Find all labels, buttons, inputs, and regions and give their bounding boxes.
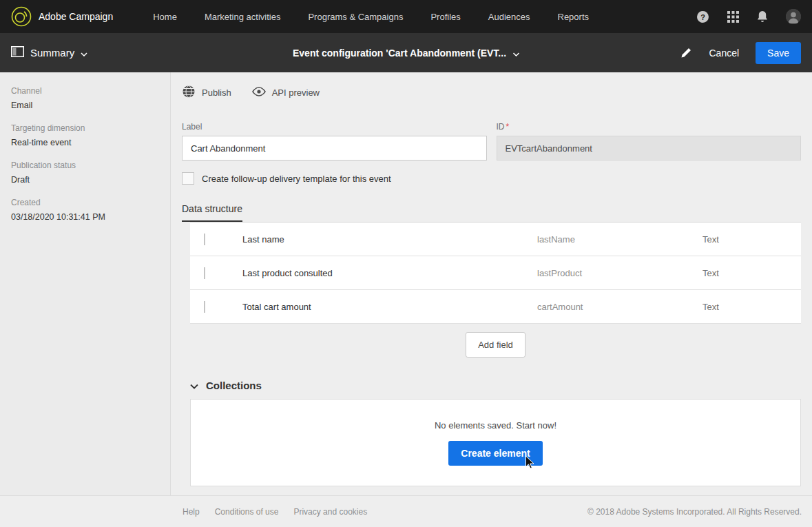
field-type: Text <box>702 256 801 290</box>
sidebar-field-value: 03/18/2020 10:31:41 PM <box>11 212 159 222</box>
main-panel: Publish API preview Label ID* <box>171 72 812 495</box>
footer-link-privacy[interactable]: Privacy and cookies <box>293 507 367 517</box>
view-switcher-label: Summary <box>30 47 74 59</box>
followup-checkbox-label: Create follow-up delivery template for t… <box>202 174 391 184</box>
table-row[interactable]: Last name lastName Text <box>190 223 801 256</box>
chevron-down-icon <box>81 47 87 59</box>
id-input <box>497 136 802 161</box>
top-nav: Adobe Campaign Home Marketing activities… <box>0 0 812 33</box>
api-preview-action[interactable]: API preview <box>252 87 320 99</box>
page-header: Summary Event configuration 'Cart Abando… <box>0 33 812 72</box>
followup-checkbox-row: Create follow-up delivery template for t… <box>182 172 801 185</box>
id-field-group: ID* <box>497 122 802 161</box>
data-structure-section: Last name lastName Text Last product con… <box>190 222 801 486</box>
label-field-label: Label <box>182 122 487 132</box>
row-checkbox[interactable] <box>204 267 205 279</box>
collections-title: Collections <box>206 380 262 391</box>
field-type: Text <box>702 290 801 324</box>
field-name: Last product consulted <box>242 256 537 290</box>
globe-icon <box>182 85 196 101</box>
edit-pencil-icon[interactable] <box>680 47 692 59</box>
publish-label: Publish <box>202 87 231 98</box>
sidebar-field-label: Publication status <box>11 161 159 170</box>
nav-item-profiles[interactable]: Profiles <box>430 12 460 22</box>
svg-text:?: ? <box>700 12 705 21</box>
nav-item-programs-campaigns[interactable]: Programs & Campaigns <box>308 12 403 22</box>
summary-sidebar: Channel Email Targeting dimension Real-t… <box>0 72 171 495</box>
brand: Adobe Campaign <box>11 6 113 27</box>
tabs: Data structure <box>182 203 801 222</box>
id-label-text: ID <box>497 122 505 132</box>
footer-links: Help Conditions of use Privacy and cooki… <box>183 507 367 517</box>
field-name: Total cart amount <box>242 290 537 324</box>
apps-grid-icon[interactable] <box>727 11 739 23</box>
sidebar-field-label: Created <box>11 198 159 207</box>
footer: Help Conditions of use Privacy and cooki… <box>0 495 812 527</box>
sidebar-field-label: Targeting dimension <box>11 123 159 133</box>
brand-name: Adobe Campaign <box>39 11 113 22</box>
row-checkbox[interactable] <box>204 301 205 313</box>
chevron-down-icon <box>190 380 198 391</box>
copyright: © 2018 Adobe Systems Incorporated. All R… <box>587 507 802 517</box>
field-name: Last name <box>242 223 537 256</box>
table-row[interactable]: Total cart amount cartAmount Text <box>190 290 801 324</box>
footer-link-help[interactable]: Help <box>183 507 200 517</box>
required-marker: * <box>506 122 510 132</box>
collections-header[interactable]: Collections <box>190 380 801 391</box>
add-field-row: Add field <box>190 332 801 358</box>
nav-item-reports[interactable]: Reports <box>558 12 590 22</box>
id-field-label: ID* <box>497 122 802 132</box>
fields-table: Last name lastName Text Last product con… <box>190 222 801 324</box>
table-row[interactable]: Last product consulted lastProduct Text <box>190 256 801 290</box>
create-element-button[interactable]: Create element <box>448 441 542 466</box>
sidebar-field-label: Channel <box>11 86 159 96</box>
adobe-campaign-logo-icon <box>11 6 32 27</box>
content: Channel Email Targeting dimension Real-t… <box>0 72 812 495</box>
summary-view-icon <box>11 46 24 59</box>
page-title-text: Event configuration 'Cart Abandonment (E… <box>293 48 506 59</box>
api-preview-label: API preview <box>272 87 320 98</box>
field-id: cartAmount <box>537 290 702 324</box>
collections-empty-message: No elements saved. Start now! <box>435 420 556 431</box>
collections-empty-box: No elements saved. Start now! Create ele… <box>190 399 801 486</box>
label-field-group: Label <box>182 122 487 161</box>
row-checkbox[interactable] <box>204 234 205 245</box>
followup-checkbox[interactable] <box>182 172 194 185</box>
help-icon[interactable]: ? <box>696 10 709 23</box>
form-row: Label ID* <box>182 122 801 161</box>
publish-action[interactable]: Publish <box>182 85 231 101</box>
view-switcher[interactable]: Summary <box>11 46 87 59</box>
sidebar-field-value: Draft <box>11 175 159 185</box>
avatar[interactable] <box>786 9 801 24</box>
sidebar-field-value: Email <box>11 101 159 110</box>
field-id: lastName <box>537 223 702 256</box>
page-title[interactable]: Event configuration 'Cart Abandonment (E… <box>293 48 519 59</box>
label-input[interactable] <box>182 136 487 161</box>
save-button[interactable]: Save <box>756 42 801 64</box>
add-field-button[interactable]: Add field <box>466 332 525 358</box>
tab-data-structure[interactable]: Data structure <box>182 203 242 222</box>
nav-item-home[interactable]: Home <box>153 12 177 22</box>
header-actions: Cancel Save <box>680 42 801 64</box>
action-row: Publish API preview <box>182 83 801 102</box>
sidebar-field-value: Real-time event <box>11 138 159 147</box>
eye-icon <box>252 87 266 99</box>
topnav-actions: ? <box>696 9 801 24</box>
field-type: Text <box>702 223 801 256</box>
chevron-down-icon <box>512 48 519 59</box>
nav-item-audiences[interactable]: Audiences <box>488 12 530 22</box>
footer-link-conditions[interactable]: Conditions of use <box>215 507 279 517</box>
field-id: lastProduct <box>537 256 702 290</box>
nav-item-marketing-activities[interactable]: Marketing activities <box>205 12 281 22</box>
main-nav: Home Marketing activities Programs & Cam… <box>153 12 589 22</box>
bell-icon[interactable] <box>757 10 768 23</box>
cancel-button[interactable]: Cancel <box>709 48 739 59</box>
